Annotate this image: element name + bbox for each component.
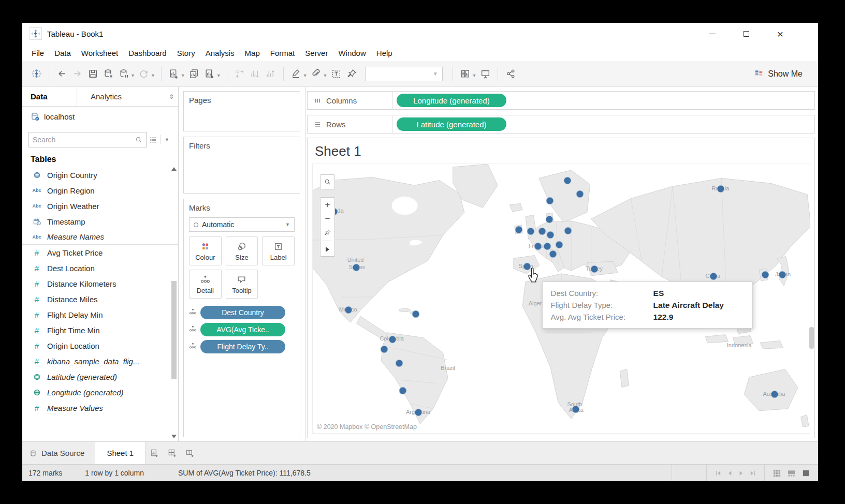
map-mark-austria[interactable]: [556, 241, 563, 249]
field-avg-ticket-price[interactable]: #Avg Ticket Price: [22, 245, 178, 260]
map-mark-turkey[interactable]: [591, 265, 599, 273]
field-origin-weather[interactable]: AbcOrigin Weather: [22, 198, 178, 214]
menu-item-help[interactable]: Help: [371, 49, 398, 57]
columns-pill[interactable]: Longitude (generated): [397, 94, 506, 107]
map-mark-japan[interactable]: [779, 271, 786, 278]
map-mark-china[interactable]: [709, 272, 717, 280]
field-timestamp[interactable]: Timestamp: [22, 214, 178, 229]
field-longitude-generated-[interactable]: Longitude (generated): [22, 384, 178, 400]
field-origin-location[interactable]: #Origin Location: [22, 338, 178, 353]
map-mark-argentina[interactable]: [415, 409, 423, 417]
close-button[interactable]: ×: [775, 28, 786, 39]
map-mark-ecuador[interactable]: [381, 345, 388, 353]
map-mark-peru[interactable]: [396, 359, 403, 367]
map-mark-switzerland[interactable]: [544, 243, 551, 250]
swap-button[interactable]: [232, 66, 247, 82]
field-origin-region[interactable]: AbcOrigin Region: [22, 183, 178, 198]
show-cards-button[interactable]: [458, 66, 473, 82]
field-measure-values[interactable]: #Measure Values: [22, 400, 178, 416]
map-mark-chile[interactable]: [399, 387, 406, 395]
new-worksheet-tab-button[interactable]: [145, 442, 163, 464]
field-origin-country[interactable]: Origin Country: [22, 167, 178, 183]
pill-detail-icon[interactable]: [189, 325, 197, 334]
next-sheet-button[interactable]: [738, 470, 745, 477]
map-mark-poland[interactable]: [564, 227, 572, 234]
refresh-button[interactable]: [136, 66, 152, 82]
menu-item-analysis[interactable]: Analysis: [200, 49, 240, 57]
map-pin-button[interactable]: [320, 226, 334, 240]
menu-item-story[interactable]: Story: [172, 49, 200, 57]
filters-shelf[interactable]: Filters: [183, 137, 300, 194]
last-sheet-button[interactable]: [749, 470, 756, 477]
tableau-logo-button[interactable]: [28, 66, 44, 82]
pill-detail-icon[interactable]: [189, 308, 197, 317]
save-button[interactable]: [85, 66, 100, 82]
undo-button[interactable]: [54, 66, 69, 82]
colour-button[interactable]: Colour: [189, 236, 222, 265]
map-expand-button[interactable]: [320, 242, 334, 256]
zoom-in-button[interactable]: +: [320, 198, 334, 212]
sort-desc-button[interactable]: [263, 66, 279, 82]
map-mark-south-korea[interactable]: [761, 271, 769, 278]
map-view[interactable]: CanadaUnitedStatesMexicoColombiaBrazilAr…: [312, 164, 810, 434]
marks-pill[interactable]: AVG(Avg Ticke..: [200, 323, 285, 336]
show-cards-caret[interactable]: ▼: [472, 73, 477, 78]
field-flight-delay-min[interactable]: #Flight Delay Min: [22, 307, 178, 322]
tooltip-button[interactable]: Tooltip: [226, 270, 258, 299]
marks-card[interactable]: Marks Automatic ▼ ColourSizeLabelDetailT…: [183, 199, 300, 437]
menu-item-server[interactable]: Server: [300, 49, 333, 57]
duplicate-button[interactable]: [186, 66, 202, 82]
menu-item-window[interactable]: Window: [333, 49, 371, 57]
group-members-caret[interactable]: ▼: [323, 73, 328, 78]
scroll-down-icon[interactable]: [171, 435, 177, 438]
mark-type-select[interactable]: Automatic ▼: [189, 217, 295, 232]
pane-sort-icon[interactable]: ⇕: [165, 87, 178, 106]
field-distance-miles[interactable]: #Distance Miles: [22, 291, 178, 307]
show-filmstrip-button[interactable]: [788, 469, 795, 477]
refresh-caret[interactable]: ▼: [151, 73, 155, 78]
add-data-button[interactable]: [100, 66, 116, 82]
field-measure-names[interactable]: AbcMeasure Names: [22, 229, 178, 245]
search-input[interactable]: [33, 136, 135, 144]
menu-item-file[interactable]: File: [26, 49, 49, 57]
map-mark-colombia[interactable]: [388, 335, 396, 343]
field-kibana-sample-data-flig-[interactable]: #kibana_sample_data_flig...: [22, 353, 178, 369]
label-button[interactable]: Label: [262, 236, 295, 265]
map-mark-italy[interactable]: [549, 250, 557, 258]
search-field[interactable]: [28, 132, 147, 147]
search-options-caret[interactable]: ▼: [165, 137, 169, 142]
rows-pill[interactable]: Latitude (generated): [397, 117, 506, 131]
map-mark-australia[interactable]: [770, 390, 778, 398]
map-mark-mexico[interactable]: [345, 306, 353, 314]
map-mark-finland[interactable]: [576, 190, 584, 198]
scroll-up-icon[interactable]: [171, 167, 177, 171]
show-me-button[interactable]: Show Me: [754, 69, 812, 79]
columns-shelf[interactable]: Columns Longitude (generated): [307, 91, 815, 110]
new-story-tab-button[interactable]: [181, 442, 198, 464]
rows-shelf[interactable]: Rows Latitude (generated): [307, 115, 815, 134]
menu-item-dashboard[interactable]: Dashboard: [123, 49, 171, 57]
menu-item-format[interactable]: Format: [265, 49, 300, 57]
map-mark-united-states[interactable]: [353, 263, 360, 271]
fix-pin-button[interactable]: [344, 66, 360, 82]
show-sheet-grid-button[interactable]: [773, 469, 781, 477]
map-search-button[interactable]: [320, 174, 335, 189]
highlight-caret[interactable]: ▼: [303, 73, 308, 78]
fields-scrollbar[interactable]: [171, 166, 177, 439]
menu-item-worksheet[interactable]: Worksheet: [76, 49, 123, 57]
scroll-thumb[interactable]: [171, 281, 177, 379]
highlight-button[interactable]: [288, 66, 304, 82]
detail-button[interactable]: Detail: [189, 270, 222, 299]
pause-updates-button[interactable]: [116, 66, 132, 82]
pause-updates-caret[interactable]: ▼: [130, 73, 135, 78]
pill-detail-icon[interactable]: [189, 342, 197, 351]
map-mark-south-africa[interactable]: [572, 405, 579, 413]
new-dashboard-tab-button[interactable]: [163, 442, 181, 464]
size-button[interactable]: Size: [226, 236, 258, 265]
data-source-tab[interactable]: Data Source: [22, 442, 95, 464]
worksheet-scroll-thumb[interactable]: [809, 327, 814, 349]
map-mark-united-kingdom[interactable]: [527, 228, 535, 235]
group-members-button[interactable]: [309, 66, 324, 82]
new-worksheet-caret[interactable]: ▼: [181, 73, 185, 78]
clear-sheet-button[interactable]: [202, 66, 217, 82]
